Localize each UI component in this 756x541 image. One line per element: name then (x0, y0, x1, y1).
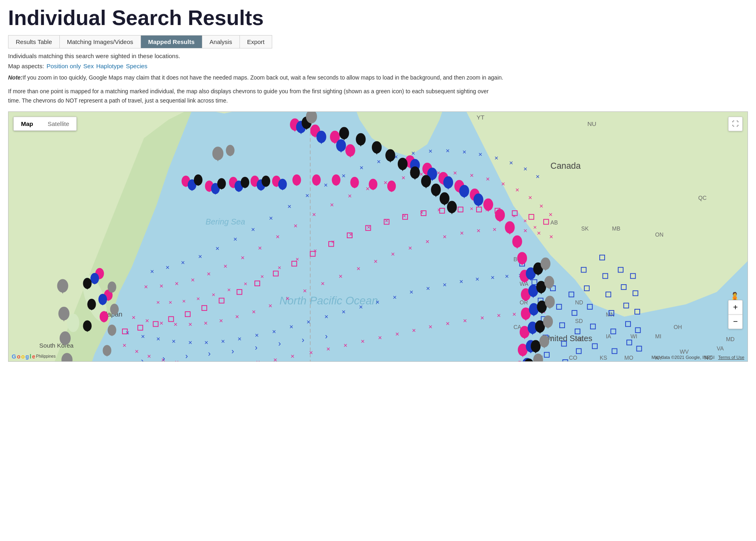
chevron-note: If more than one point is mapped for a m… (8, 87, 493, 105)
svg-text:×: × (437, 206, 441, 213)
svg-text:×: × (307, 318, 311, 326)
svg-text:×: × (241, 254, 245, 262)
svg-text:×: × (258, 244, 262, 252)
svg-text:›: › (255, 343, 258, 352)
svg-text:NE: NE (575, 336, 583, 342)
terms-of-use-link[interactable]: Terms of Use (718, 355, 744, 360)
svg-text:×: × (480, 314, 484, 322)
svg-text:×: × (188, 321, 192, 328)
svg-text:×: × (182, 298, 186, 304)
svg-text:×: × (497, 312, 501, 319)
svg-text:×: × (276, 233, 280, 241)
svg-text:×: × (376, 298, 380, 306)
svg-text:×: × (462, 148, 466, 156)
svg-text:×: × (460, 229, 464, 237)
svg-text:North Pacific Ocean: North Pacific Ocean (279, 294, 378, 307)
map-footer: Map data ©2021 Google, INEGI Terms of Us… (651, 355, 744, 360)
svg-text:×: × (342, 172, 346, 180)
svg-text:×: × (470, 172, 474, 179)
svg-text:×: × (196, 295, 200, 302)
svg-text:×: × (141, 333, 145, 340)
svg-text:×: × (537, 229, 541, 237)
svg-text:×: × (359, 303, 363, 311)
svg-text:×: × (290, 352, 294, 360)
map-container[interactable]: North Pacific Ocean Bering Sea Hudson Ba… (8, 111, 748, 362)
aspect-haplotype[interactable]: Haplotype (96, 63, 124, 69)
svg-text:×: × (305, 192, 309, 199)
svg-text:×: × (420, 209, 424, 216)
zoom-out-button[interactable]: − (728, 315, 743, 329)
map-type-map-button[interactable]: Map (14, 117, 40, 130)
svg-text:×: × (338, 273, 342, 280)
map-fullscreen-button[interactable]: ⛶ (728, 117, 743, 131)
svg-text:×: × (277, 264, 281, 271)
aspect-sex[interactable]: Sex (83, 63, 94, 69)
svg-text:×: × (188, 339, 192, 346)
aspect-position-only[interactable]: Position only (46, 63, 81, 69)
svg-text:×: × (174, 321, 178, 328)
svg-text:×: × (223, 262, 227, 270)
tab-analysis[interactable]: Analysis (202, 36, 240, 48)
svg-text:×: × (312, 211, 316, 218)
svg-text:×: × (505, 273, 509, 280)
tab-results-table[interactable]: Results Table (8, 36, 60, 48)
svg-text:×: × (348, 192, 352, 200)
svg-text:×: × (156, 299, 160, 306)
tab-matching-images[interactable]: Matching Images/Videos (60, 36, 141, 48)
svg-text:×: × (175, 359, 179, 361)
svg-text:OH: OH (674, 324, 682, 330)
svg-text:›: › (120, 359, 122, 361)
svg-text:×: × (303, 287, 307, 295)
zoom-controls: + − (728, 300, 743, 329)
svg-text:×: × (207, 270, 211, 278)
svg-text:NU: NU (588, 120, 596, 127)
svg-text:×: × (479, 151, 483, 158)
svg-text:MI: MI (655, 333, 661, 340)
svg-text:×: × (204, 339, 208, 346)
svg-text:×: × (395, 330, 399, 338)
svg-text:×: × (540, 202, 544, 210)
svg-text:×: × (286, 295, 290, 302)
svg-text:IA: IA (606, 333, 611, 340)
svg-text:×: × (237, 335, 242, 343)
svg-text:×: × (324, 313, 328, 321)
tab-export[interactable]: Export (240, 36, 272, 48)
svg-text:×: × (357, 265, 361, 273)
svg-text:×: × (401, 174, 405, 182)
svg-text:›: › (162, 354, 165, 361)
svg-text:QC: QC (698, 195, 707, 201)
map-type-satellite-button[interactable]: Satellite (40, 117, 76, 130)
svg-text:×: × (533, 224, 537, 231)
svg-text:VA: VA (717, 346, 724, 352)
svg-text:×: × (122, 341, 126, 349)
svg-text:×: × (132, 314, 136, 321)
svg-text:×: × (239, 361, 244, 361)
svg-text:×: × (269, 302, 273, 310)
svg-text:×: × (475, 275, 479, 283)
svg-text:×: × (198, 253, 202, 260)
svg-text:×: × (244, 280, 248, 287)
svg-text:MB: MB (612, 226, 621, 232)
svg-text:×: × (256, 359, 260, 361)
svg-text:×: × (144, 283, 148, 291)
map-data-label: Map data ©2021 Google, INEGI (651, 355, 714, 360)
svg-text:×: × (428, 323, 433, 331)
zoom-in-button[interactable]: + (728, 300, 743, 315)
svg-text:×: × (175, 280, 179, 287)
svg-text:›: › (278, 339, 281, 348)
svg-text:×: × (494, 154, 498, 162)
svg-text:×: × (470, 205, 473, 212)
svg-text:×: × (428, 147, 433, 155)
svg-marker-519 (535, 360, 541, 361)
page-subtitle: Individuals matching this search were si… (8, 52, 748, 59)
svg-text:×: × (377, 158, 381, 166)
svg-text:›: › (302, 335, 304, 344)
svg-text:×: × (342, 308, 346, 316)
aspect-species[interactable]: Species (126, 63, 147, 69)
svg-text:×: × (491, 274, 495, 281)
svg-text:×: × (227, 286, 231, 293)
tab-mapped-results[interactable]: Mapped Results (141, 36, 202, 48)
svg-text:×: × (393, 294, 397, 301)
svg-text:ON: ON (655, 232, 664, 238)
svg-text:×: × (181, 259, 185, 266)
